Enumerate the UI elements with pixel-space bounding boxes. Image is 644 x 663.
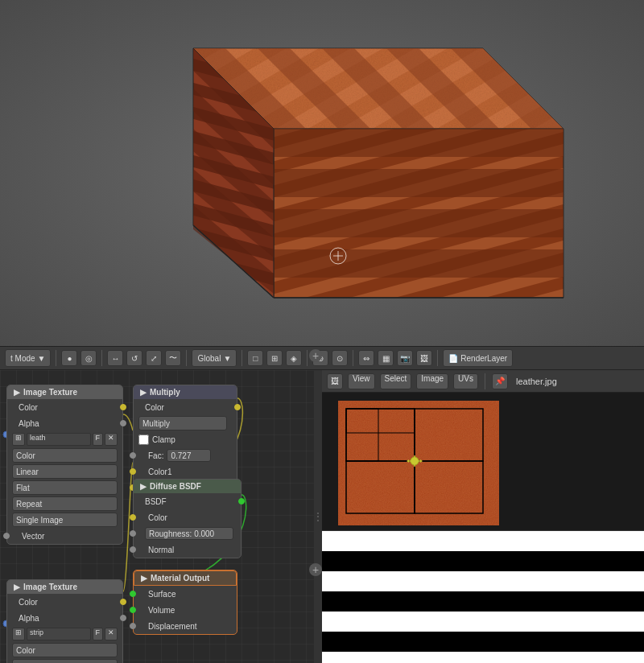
node-1-alpha-socket[interactable] [120,420,126,426]
move-icon[interactable]: ↔ [107,350,123,366]
uv-viewport[interactable] [322,393,644,663]
output-volume-socket[interactable] [130,607,136,613]
node-2-interpolation[interactable]: Linear [12,659,118,663]
add-node-btn-top[interactable]: + [309,349,322,362]
node-2-file-flag[interactable]: F [93,628,104,640]
multiply-fac-socket[interactable] [130,452,136,459]
scale-icon[interactable]: ⤢ [146,350,162,366]
node-2-file-close[interactable]: ✕ [105,628,118,640]
node-1-source[interactable]: Single Image [12,513,118,527]
node-2-color-socket[interactable] [120,599,126,605]
diffuse-bsdf-out-socket[interactable] [238,498,245,504]
transform-selector[interactable]: Global ▼ [192,349,237,367]
node-1-file-browse[interactable]: ⊞ [12,433,25,446]
node-1-file-name[interactable]: leath [27,433,91,446]
diffuse-color-socket[interactable] [130,514,136,521]
3d-viewport[interactable] [0,0,644,346]
view-solid-icon[interactable]: □ [247,350,263,366]
uv-image-editor[interactable]: 🖼 View Select Image UVs 📌 leather.jpg [322,370,644,663]
uv-view-btn[interactable]: View [348,373,375,389]
multiply-collapse-icon[interactable]: ▶ [140,388,147,397]
node-1-interpolation-row: Linear [7,463,122,480]
multiply-color1-socket[interactable] [130,468,136,475]
image-texture-node-2[interactable]: ▶ Image Texture Color Alpha ⊞ strip F ✕ … [6,579,123,663]
output-collapse-icon[interactable]: ▶ [141,574,147,583]
image-texture-node-1[interactable]: ▶ Image Texture Color Alpha ⊞ leath F ✕ … [6,385,123,545]
proportional-icon[interactable]: ⊙ [332,350,348,366]
diffuse-roughness-socket[interactable] [130,530,136,537]
node-2-colorspace-row: Color [7,642,122,658]
curve-icon[interactable]: 〜 [165,350,181,366]
uv-pin-icon[interactable]: 📌 [492,373,508,389]
object-mode-icon[interactable]: ● [61,350,77,366]
node-1-collapse-icon[interactable]: ▶ [14,388,20,397]
uv-select-btn[interactable]: Select [380,373,412,389]
multiply-color-out-label: Color [145,403,164,412]
node-editor[interactable]: ▶ Image Texture Color Alpha ⊞ leath F ✕ … [0,370,314,663]
view-wire-icon[interactable]: ⊞ [266,350,283,366]
mode-selector[interactable]: t Mode ▼ [5,349,51,367]
rotate-icon[interactable]: ↺ [126,350,142,366]
multiply-fac-value[interactable]: 0.727 [167,449,211,462]
node-1-vector-socket[interactable] [3,533,10,539]
output-displacement-socket[interactable] [130,623,136,629]
node-1-source-row: Single Image [7,512,122,528]
material-output-node[interactable]: ▶ Material Output Surface Volume Displac… [133,570,237,635]
output-surface-socket[interactable] [130,591,136,597]
output-title: Material Output [151,574,209,583]
node-1-file-flag[interactable]: F [93,433,104,446]
cube-object [64,24,580,322]
diffuse-collapse-icon[interactable]: ▶ [140,482,147,491]
uv-toolbar: 🖼 View Select Image UVs 📌 leather.jpg [322,370,644,393]
node-1-interpolation[interactable]: Linear [12,464,118,479]
node-2-color-row: Color [7,594,122,610]
panel-splitter[interactable] [314,370,322,663]
mode-chevron: ▼ [38,354,46,363]
node-2-file-name[interactable]: strip [27,628,91,640]
multiply-blend-type[interactable]: Multiply [138,416,227,430]
node-1-colorspace-row: Color [7,447,122,463]
output-surface-row: Surface [134,586,237,602]
diffuse-normal-socket[interactable] [130,546,136,553]
diffuse-roughness-value[interactable] [145,527,233,540]
output-header: ▶ Material Output [134,570,237,586]
node-2-alpha-row: Alpha [7,610,122,626]
node-1-projection[interactable]: Flat [12,480,118,495]
output-volume-row: Volume [134,602,237,618]
node-1-file-close[interactable]: ✕ [105,433,118,446]
svg-marker-19 [274,169,564,197]
node-2-colorspace[interactable]: Color [12,643,118,657]
node-1-color-socket[interactable] [120,404,126,410]
multiply-fac-row: Fac: 0.727 [134,447,237,463]
output-surface-label: Surface [148,590,175,599]
node-2-title: Image Texture [23,583,77,591]
multiply-color-out-row: Color [134,399,237,415]
diffuse-bsdf-node[interactable]: ▶ Diffuse BSDF BSDF Color Normal [133,479,242,558]
node-1-vector-row: Vector [7,528,122,544]
node-2-collapse-icon[interactable]: ▶ [14,583,20,591]
uv-image-btn[interactable]: Image [416,373,448,389]
multiply-color-out-socket[interactable] [234,404,241,410]
add-node-btn-bottom[interactable]: + [309,563,322,576]
view-render-icon[interactable]: ◈ [286,350,302,366]
node-2-file-browse[interactable]: ⊞ [12,628,25,640]
separator-4 [242,350,242,366]
grid-icon[interactable]: ▦ [378,350,394,366]
render-layer-selector[interactable]: 📄 RenderLayer [443,349,513,367]
node-2-alpha-socket[interactable] [120,615,126,621]
multiply-clamp-label: Clamp [152,435,175,444]
render-icon[interactable]: 🖼 [416,350,432,366]
multiply-blendtype-row: Multiply [134,415,237,431]
uv-render-icon[interactable]: 🖼 [327,373,343,389]
multiply-clamp-checkbox[interactable] [138,434,149,445]
node-1-extension-row: Repeat [7,496,122,512]
node-2-interpolation-row: Linear [7,658,122,663]
uv-uvs-btn[interactable]: UVs [453,373,478,389]
bottom-panels: ▶ Image Texture Color Alpha ⊞ leath F ✕ … [0,370,644,663]
camera-icon[interactable]: 📷 [397,350,413,366]
node-1-extension[interactable]: Repeat [12,496,118,511]
node-1-colorspace[interactable]: Color [12,448,118,463]
diffuse-color-row: Color [134,509,241,525]
view-icon[interactable]: ◎ [80,350,97,366]
mirror-icon[interactable]: ⇔ [358,350,374,366]
